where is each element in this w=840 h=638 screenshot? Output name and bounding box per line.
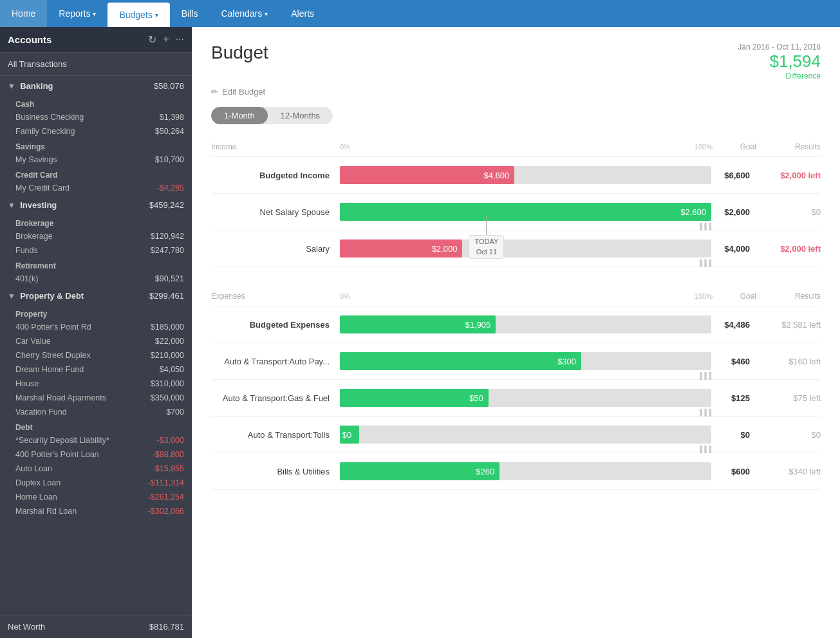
expenses-section: Expenses 0% 100% Goal Results Budgeted E…: [211, 286, 821, 490]
nav-budgets[interactable]: Budgets ▾: [107, 3, 169, 27]
budgets-arrow-icon: ▾: [155, 12, 158, 19]
sidebar-header: Accounts ↻ + ···: [0, 27, 192, 53]
budget-difference-label: Difference: [738, 71, 821, 80]
expenses-fill-bills: $260: [340, 462, 499, 480]
income-bar-net-salary: $2,600 ▐▐▐: [340, 203, 711, 221]
list-item[interactable]: Cherry Street Duplex $210,000: [0, 348, 192, 362]
list-item[interactable]: Auto Loan -$15,855: [0, 462, 192, 476]
table-row: Auto & Transport:Auto Pay... $300 ▐▐▐ $4…: [211, 343, 821, 380]
budget-difference-amount: $1,594: [738, 52, 821, 71]
income-section-label: Income: [211, 142, 340, 151]
list-item[interactable]: My Credit Card -$4,285: [0, 181, 192, 195]
bar-chart-icon: ▐▐▐: [698, 259, 711, 267]
sidebar-subsection-cash: Cash: [0, 96, 192, 110]
list-item[interactable]: Duplex Loan -$111,314: [0, 476, 192, 490]
table-row: Auto & Transport:Gas & Fuel $50 ▐▐▐ $125…: [211, 380, 821, 417]
sidebar-section-property[interactable]: ▼ Property & Debt $299,461: [0, 286, 192, 306]
result-gas: $75 left: [750, 393, 821, 403]
result-budgeted-income: $2,000 left: [750, 171, 821, 180]
nav-alerts[interactable]: Alerts: [279, 0, 326, 27]
bar-chart-icon: ▐▐▐: [698, 409, 711, 416]
goal-tolls: $0: [711, 430, 750, 440]
list-item[interactable]: 400 Potter's Point Rd $185,000: [0, 320, 192, 334]
all-transactions-link[interactable]: All Transactions: [0, 53, 192, 76]
list-item[interactable]: Family Checking $50,264: [0, 124, 192, 138]
net-worth-label: Net Worth: [8, 622, 45, 632]
result-auto-pay: $160 left: [750, 357, 821, 366]
budget-date-range: Jan 2016 - Oct 11, 2016: [738, 42, 821, 52]
expenses-fill-tolls: $0: [340, 426, 359, 444]
list-item[interactable]: Marshal Road Aparments $350,000: [0, 391, 192, 405]
list-item[interactable]: Funds $247,780: [0, 243, 192, 258]
banking-collapse-icon: ▼: [8, 82, 15, 91]
list-item[interactable]: Car Value $22,000: [0, 334, 192, 348]
row-label-budgeted-income: Budgeted Income: [211, 171, 340, 180]
edit-budget-button[interactable]: ✏ Edit Budget: [211, 87, 821, 97]
list-item[interactable]: 400 Potter's Point Loan -$88,800: [0, 447, 192, 462]
income-bar-budgeted: $4,600: [340, 166, 711, 184]
table-row: Net Salary Spouse $2,600 ▐▐▐ $2,600 $0: [211, 194, 821, 230]
top-nav: Home Reports ▾ Budgets ▾ Bills Calendars…: [0, 0, 840, 27]
result-tolls: $0: [750, 430, 821, 440]
goal-budgeted-income: $6,600: [711, 171, 750, 180]
list-item[interactable]: Business Checking $1,398: [0, 110, 192, 124]
result-salary: $2,000 left: [750, 244, 821, 254]
list-item[interactable]: My Savings $10,700: [0, 153, 192, 167]
sidebar-subsection-savings: Savings: [0, 138, 192, 153]
list-item[interactable]: Vacation Fund $700: [0, 405, 192, 419]
expenses-bar-gas: $50 ▐▐▐: [340, 389, 711, 407]
income-fill-budgeted: $4,600: [340, 166, 514, 184]
expenses-fill-gas: $50: [340, 389, 489, 407]
list-item[interactable]: Dream Home Fund $4,050: [0, 362, 192, 377]
expenses-bar-budgeted: $1,905: [340, 315, 711, 333]
sidebar-section-banking[interactable]: ▼ Banking $58,078: [0, 76, 192, 96]
goal-auto-pay: $460: [711, 357, 750, 366]
goal-net-salary: $2,600: [711, 207, 750, 217]
expenses-header-row: Expenses 0% 100% Goal Results: [211, 286, 821, 306]
budget-header: Budget Jan 2016 - Oct 11, 2016 $1,594 Di…: [211, 42, 821, 80]
calendars-arrow-icon: ▾: [265, 10, 268, 17]
row-label-gas-fuel: Auto & Transport:Gas & Fuel: [211, 393, 340, 403]
sidebar-subsection-property: Property: [0, 306, 192, 320]
nav-bills[interactable]: Bills: [170, 0, 210, 27]
main-content: Budget Jan 2016 - Oct 11, 2016 $1,594 Di…: [192, 27, 840, 638]
sidebar-section-investing[interactable]: ▼ Investing $459,242: [0, 195, 192, 215]
add-account-icon[interactable]: +: [163, 33, 169, 46]
refresh-icon[interactable]: ↻: [148, 33, 156, 46]
income-section: Income 0% 100% Goal Results Budgeted Inc…: [211, 137, 821, 267]
list-item[interactable]: 401(k) $90,521: [0, 272, 192, 286]
list-item[interactable]: House $310,000: [0, 377, 192, 391]
table-row: Budgeted Income $4,600 $6,600 $2,000 lef…: [211, 157, 821, 194]
goal-bills: $600: [711, 467, 750, 476]
nav-reports[interactable]: Reports ▾: [47, 0, 107, 27]
today-line2: Oct 11: [474, 247, 498, 257]
toggle-1month[interactable]: 1-Month: [211, 107, 268, 124]
sidebar-subsection-debt: Debt: [0, 419, 192, 433]
more-options-icon[interactable]: ···: [176, 33, 184, 46]
list-item[interactable]: Home Loan -$261,254: [0, 490, 192, 504]
bar-chart-icon: ▐▐▐: [698, 446, 711, 453]
row-label-net-salary-spouse: Net Salary Spouse: [211, 207, 340, 217]
result-bills: $340 left: [750, 467, 821, 476]
table-row: Salary $2,000 TODAY Oct 11 ▐▐▐: [211, 230, 821, 267]
list-item[interactable]: Brokerage $120,942: [0, 229, 192, 243]
expenses-bar-auto-pay: $300 ▐▐▐: [340, 352, 711, 370]
row-label-budgeted-expenses: Budgeted Expenses: [211, 320, 340, 330]
toggle-12months[interactable]: 12-Months: [268, 107, 333, 124]
table-row: Bills & Utilities $260 $600 $340 left: [211, 453, 821, 490]
income-fill-net-salary: $2,600: [340, 203, 711, 221]
goal-salary: $4,000: [711, 244, 750, 254]
period-toggle: 1-Month 12-Months: [211, 107, 333, 124]
nav-home[interactable]: Home: [0, 0, 47, 27]
today-line1: TODAY: [474, 237, 498, 247]
net-worth-value: $816,781: [149, 622, 184, 632]
income-fill-salary: $2,000: [340, 239, 462, 258]
income-header-row: Income 0% 100% Goal Results: [211, 137, 821, 157]
sidebar: Accounts ↻ + ··· All Transactions ▼ Bank…: [0, 27, 192, 638]
sidebar-subsection-retirement: Retirement: [0, 258, 192, 272]
list-item[interactable]: Marshal Rd Loan -$302,066: [0, 504, 192, 518]
nav-calendars[interactable]: Calendars ▾: [209, 0, 279, 27]
today-marker: TODAY Oct 11: [469, 216, 504, 259]
list-item[interactable]: *Security Deposit Liability* -$3,000: [0, 433, 192, 447]
row-label-bills-utilities: Bills & Utilities: [211, 467, 340, 476]
